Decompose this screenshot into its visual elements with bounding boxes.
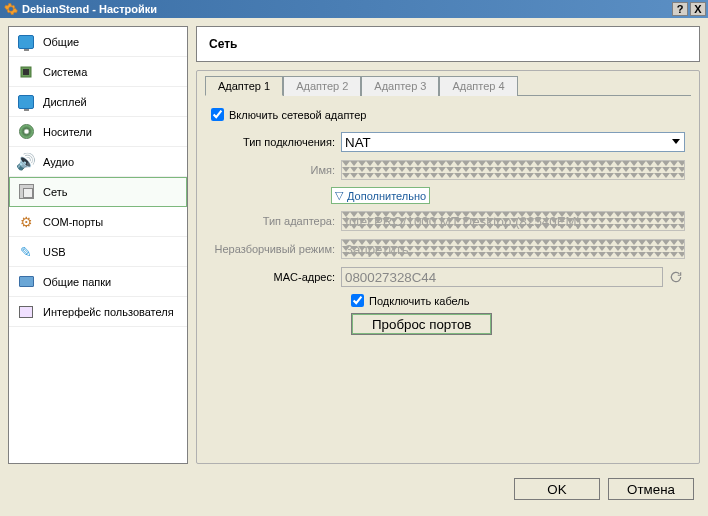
close-button[interactable]: X bbox=[690, 2, 706, 16]
enable-adapter-checkbox[interactable] bbox=[211, 108, 224, 121]
usb-icon: ✎ bbox=[17, 243, 35, 261]
tab-adapter-3[interactable]: Адаптер 3 bbox=[361, 76, 439, 96]
cancel-button[interactable]: Отмена bbox=[608, 478, 694, 500]
monitor-icon bbox=[17, 33, 35, 51]
sidebar: Общие Система Дисплей Носители 🔊 Аудио С… bbox=[8, 26, 188, 464]
adapter-tabs: Адаптер 1 Адаптер 2 Адаптер 3 Адаптер 4 bbox=[205, 75, 691, 96]
page-title: Сеть bbox=[196, 26, 700, 62]
sidebar-item-label: Носители bbox=[43, 126, 92, 138]
connection-type-select[interactable]: NAT bbox=[341, 132, 685, 152]
sidebar-item-label: USB bbox=[43, 246, 66, 258]
sidebar-item-shared-folders[interactable]: Общие папки bbox=[9, 267, 187, 297]
refresh-mac-icon[interactable] bbox=[667, 268, 685, 286]
sidebar-item-serial[interactable]: ⚙ COM-порты bbox=[9, 207, 187, 237]
sidebar-item-label: Общие папки bbox=[43, 276, 111, 288]
cable-connected-checkbox[interactable] bbox=[351, 294, 364, 307]
ok-button[interactable]: OK bbox=[514, 478, 600, 500]
promiscuous-label: Неразборчивый режим: bbox=[211, 243, 341, 255]
sidebar-item-system[interactable]: Система bbox=[9, 57, 187, 87]
sidebar-item-label: COM-порты bbox=[43, 216, 103, 228]
triangle-down-icon: ▽ bbox=[335, 189, 343, 202]
sidebar-item-label: Интерфейс пользователя bbox=[43, 306, 174, 318]
connection-type-label: Тип подключения: bbox=[211, 136, 341, 148]
ui-icon bbox=[17, 303, 35, 321]
name-select bbox=[341, 160, 685, 180]
title-bar: DebianStend - Настройки ? X bbox=[0, 0, 708, 18]
adapter-type-select: Intel PRO/1000 MT Desktop (82540EM) bbox=[341, 211, 685, 231]
dialog-footer: OK Отмена bbox=[0, 472, 708, 500]
window-title: DebianStend - Настройки bbox=[22, 3, 672, 15]
advanced-label: Дополнительно bbox=[347, 190, 426, 202]
sidebar-item-label: Общие bbox=[43, 36, 79, 48]
folder-icon bbox=[17, 273, 35, 291]
chip-icon bbox=[17, 63, 35, 81]
svg-rect-1 bbox=[23, 69, 29, 75]
sidebar-item-display[interactable]: Дисплей bbox=[9, 87, 187, 117]
adapter-type-label: Тип адаптера: bbox=[211, 215, 341, 227]
help-button[interactable]: ? bbox=[672, 2, 688, 16]
sidebar-item-label: Дисплей bbox=[43, 96, 87, 108]
promiscuous-select: Запретить bbox=[341, 239, 685, 259]
cable-connected-label: Подключить кабель bbox=[369, 295, 470, 307]
sidebar-item-label: Сеть bbox=[43, 186, 67, 198]
enable-adapter-label: Включить сетевой адаптер bbox=[229, 109, 366, 121]
sidebar-item-label: Аудио bbox=[43, 156, 74, 168]
tab-adapter-4[interactable]: Адаптер 4 bbox=[439, 76, 517, 96]
sidebar-item-storage[interactable]: Носители bbox=[9, 117, 187, 147]
network-icon bbox=[17, 183, 35, 201]
speaker-icon: 🔊 bbox=[17, 153, 35, 171]
advanced-expander[interactable]: ▽ Дополнительно bbox=[331, 187, 430, 204]
mac-address-label: MAC-адрес: bbox=[211, 271, 341, 283]
serial-port-icon: ⚙ bbox=[17, 213, 35, 231]
disc-icon bbox=[17, 123, 35, 141]
sidebar-item-ui[interactable]: Интерфейс пользователя bbox=[9, 297, 187, 327]
tab-adapter-1[interactable]: Адаптер 1 bbox=[205, 76, 283, 96]
name-label: Имя: bbox=[211, 164, 341, 176]
display-icon bbox=[17, 93, 35, 111]
sidebar-item-label: Система bbox=[43, 66, 87, 78]
port-forwarding-button[interactable]: Проброс портов bbox=[351, 313, 492, 335]
sidebar-item-usb[interactable]: ✎ USB bbox=[9, 237, 187, 267]
mac-address-field[interactable] bbox=[341, 267, 663, 287]
tab-adapter-2[interactable]: Адаптер 2 bbox=[283, 76, 361, 96]
sidebar-item-general[interactable]: Общие bbox=[9, 27, 187, 57]
sidebar-item-network[interactable]: Сеть bbox=[9, 177, 187, 207]
main-pane: Сеть Адаптер 1 Адаптер 2 Адаптер 3 Адапт… bbox=[196, 26, 700, 464]
sidebar-item-audio[interactable]: 🔊 Аудио bbox=[9, 147, 187, 177]
gear-icon bbox=[4, 2, 18, 16]
